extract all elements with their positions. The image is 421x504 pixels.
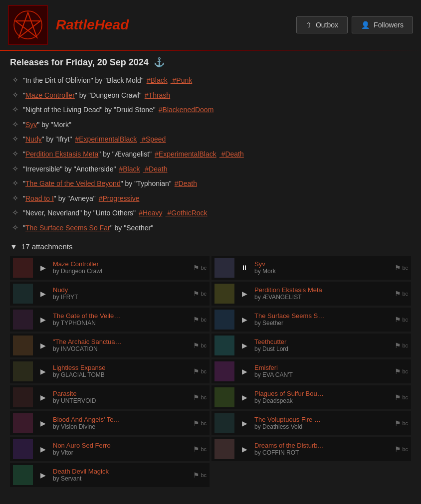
tag-heavy[interactable]: #Heavy [139, 207, 162, 218]
tag-death3[interactable]: #Death [175, 178, 197, 189]
play-button[interactable]: ▶ [37, 365, 49, 377]
tag-blackeneddoom[interactable]: #BlackenedDoom [159, 104, 214, 115]
track-item: ▶ Blood And Angels' Te… by Vision Divine… [10, 411, 210, 435]
bandcamp-icon: ⚑ bc [193, 393, 207, 401]
star-icon: ✧ [10, 221, 20, 234]
bandcamp-icon: ⚑ bc [395, 419, 408, 427]
track-title[interactable]: Lightless Expanse [53, 364, 189, 371]
play-button[interactable]: ▶ [238, 365, 250, 377]
play-button[interactable]: ▶ [238, 443, 250, 455]
play-button[interactable]: ▶ [238, 391, 250, 403]
play-button[interactable]: ▶ [37, 288, 49, 300]
tag-death[interactable]: #Death [219, 149, 244, 160]
track-artist: by IFRYT [53, 294, 189, 301]
flag-icon: ⚑ [193, 290, 200, 298]
track-artist: by UNTERVOID [53, 397, 189, 404]
tag-progressive[interactable]: #Progressive [99, 193, 140, 204]
list-item: ✧ "Never, Neverland" by "Unto Others" #H… [10, 206, 411, 219]
track-title[interactable]: The Gate of the Veile… [53, 312, 189, 320]
track-item: ▶ Plagues of Sulfur Bou… by Deadspeak ⚑ … [211, 385, 411, 409]
release-link[interactable]: The Surface Seems So Far [25, 224, 110, 232]
track-title[interactable]: Syv [254, 260, 391, 268]
star-icon: ✧ [10, 163, 20, 175]
header-buttons: ⇧ Outbox 👤 Followers [296, 16, 413, 33]
track-artist: by ÆVANGELIST [254, 294, 391, 301]
track-info: Dreams of the Disturb… by COFFIN ROT [254, 442, 391, 456]
track-info: Emisferi by EVA CAN'T [254, 364, 391, 378]
track-title[interactable]: "The Archaic Sanctua… [53, 338, 189, 345]
track-title[interactable]: Non Auro Sed Ferro [53, 442, 189, 449]
flag-icon: ⚑ [395, 419, 401, 427]
track-title[interactable]: Parasite [53, 390, 189, 397]
play-button[interactable]: ▶ [37, 339, 49, 351]
track-thumbnail [214, 310, 234, 330]
release-link[interactable]: The Gate of the Veiled Beyond [25, 179, 121, 187]
play-button[interactable]: ▶ [238, 339, 250, 351]
track-title[interactable]: Emisferi [254, 364, 391, 371]
star-icon: ✧ [10, 177, 20, 190]
svg-marker-0 [15, 12, 40, 37]
tag-death2[interactable]: #Death [143, 164, 167, 174]
list-item: ✧ "In the Dirt of Oblivion" by "Black Mo… [10, 74, 411, 87]
track-thumbnail [214, 258, 234, 278]
release-link[interactable]: Nudy [25, 135, 42, 143]
tag-thrash[interactable]: #Thrash [145, 90, 170, 101]
play-button[interactable]: ▶ [37, 469, 49, 481]
play-button[interactable]: ▶ [37, 262, 49, 274]
release-link[interactable]: Road to I [25, 194, 54, 202]
play-button[interactable]: ▶ [238, 417, 250, 429]
followers-button[interactable]: 👤 Followers [352, 16, 413, 33]
bandcamp-icon: ⚑ bc [193, 290, 207, 298]
release-link[interactable]: Maze Controller [25, 91, 75, 99]
bandcamp-icon: ⚑ bc [193, 316, 207, 324]
play-button[interactable]: ▶ [238, 288, 250, 300]
track-title[interactable]: Perdition Ekstasis Meta [254, 286, 391, 294]
pause-button[interactable]: ⏸ [238, 262, 250, 274]
play-button[interactable]: ▶ [37, 443, 49, 455]
tag-punk[interactable]: #Punk [171, 75, 193, 86]
list-item: ✧ "Night of the Living Dead" by "Druid S… [10, 103, 411, 116]
list-item: ✧ "Syv" by "Mork" [10, 118, 411, 131]
track-thumbnail [13, 413, 33, 433]
track-title[interactable]: Blood And Angels' Te… [53, 416, 189, 423]
track-thumbnail [13, 258, 33, 278]
flag-icon: ⚑ [193, 367, 200, 375]
header: RattleHead ⇧ Outbox 👤 Followers [0, 0, 421, 50]
flag-icon: ⚑ [395, 264, 401, 272]
track-thumbnail [13, 361, 33, 381]
track-thumbnail [214, 361, 234, 381]
release-link[interactable]: Syv [25, 121, 37, 129]
tag-black2[interactable]: #Black [119, 164, 140, 174]
star-icon: ✧ [10, 118, 20, 131]
play-button[interactable]: ▶ [37, 314, 49, 326]
star-icon: ✧ [10, 133, 20, 146]
track-item: ⏸ Syv by Mork ⚑ bc [211, 256, 411, 280]
play-button[interactable]: ▶ [238, 314, 250, 326]
followers-icon: 👤 [361, 21, 370, 29]
track-title[interactable]: Teethcutter [254, 338, 391, 345]
track-title[interactable]: Plagues of Sulfur Bou… [254, 390, 391, 397]
track-info: Teethcutter by Dust Lord [254, 338, 391, 352]
track-title[interactable]: Nudy [53, 286, 189, 294]
tag-experimental2[interactable]: #ExperimentalBlack [155, 149, 216, 160]
bandcamp-icon: ⚑ bc [193, 419, 207, 427]
attachments-toggle[interactable]: ▼ 17 attachments [10, 242, 411, 251]
track-title[interactable]: The Voluptuous Fire … [254, 416, 391, 423]
bookmark-icon[interactable]: ⚓ [154, 57, 165, 68]
track-title[interactable]: Death Devil Magick [53, 468, 189, 475]
track-title[interactable]: The Surface Seems S… [254, 312, 391, 320]
collapse-icon: ▼ [10, 242, 17, 251]
release-link[interactable]: Perdition Ekstasis Meta [25, 150, 98, 158]
tag-black[interactable]: #Black [147, 75, 168, 86]
flag-icon: ⚑ [395, 445, 401, 453]
bandcamp-icon: ⚑ bc [395, 393, 408, 401]
tag-experimental[interactable]: #ExperimentalBlack [75, 134, 137, 145]
track-title[interactable]: Maze Controller [53, 260, 189, 268]
outbox-button[interactable]: ⇧ Outbox [296, 16, 348, 33]
tag-gothicrock[interactable]: #GothicRock [166, 207, 208, 218]
play-button[interactable]: ▶ [37, 391, 49, 403]
tag-speed[interactable]: #Speed [140, 134, 166, 145]
track-title[interactable]: Dreams of the Disturb… [254, 442, 391, 449]
play-button[interactable]: ▶ [37, 417, 49, 429]
bandcamp-icon: ⚑ bc [193, 264, 207, 272]
